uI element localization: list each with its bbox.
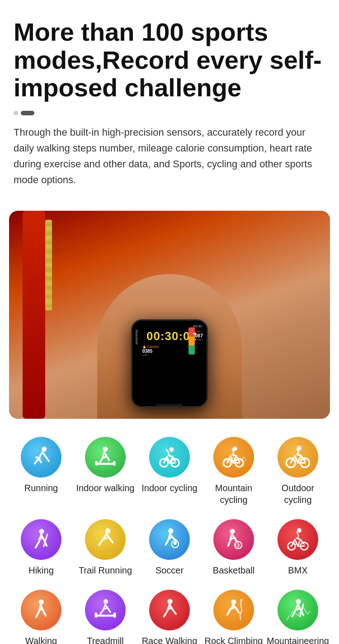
sport-label-bmx: BMX (288, 564, 307, 576)
svg-point-27 (104, 599, 108, 603)
title-decoration (14, 111, 325, 115)
svg-point-31 (168, 599, 173, 604)
svg-rect-4 (113, 461, 116, 465)
sport-item-bmx: BMX (268, 519, 327, 576)
page-wrapper: More than 100 sports modes,Record every … (0, 0, 339, 644)
sport-icon-outdoor-cycling (278, 437, 318, 478)
svg-rect-3 (95, 461, 98, 465)
dot-dash (21, 111, 34, 115)
sport-item-indoor-cycling: Indoor cycling (140, 437, 199, 494)
sport-icon-soccer (149, 519, 190, 560)
sport-label-indoor-cycling: Indoor cycling (141, 482, 197, 494)
sport-item-running: Running (12, 437, 71, 494)
outdoor-cycling-icon (285, 445, 311, 470)
image-section: Basketball 09:30 00:30:02 🔥 Calories 038… (0, 211, 339, 428)
sport-label-outdoor-cycling: Outdoor cycling (268, 482, 327, 506)
wrist-simulation: Basketball 09:30 00:30:02 🔥 Calories 038… (97, 274, 242, 419)
sport-label-mountain-cycling: Mountain cycling (204, 482, 263, 506)
svg-rect-2 (96, 463, 114, 464)
rock-climbing-icon (221, 597, 246, 623)
mountaineering-icon (285, 597, 311, 623)
sport-item-trail-running: Trail Running (76, 519, 135, 576)
svg-point-26 (38, 599, 43, 604)
sport-item-basketball: Basketball (204, 519, 263, 576)
running-icon (28, 445, 54, 470)
soccer-icon (157, 527, 182, 552)
header-section: More than 100 sports modes,Record every … (0, 0, 339, 211)
sport-icon-mountain-cycling (213, 437, 254, 478)
description-text: Through the built-in high-precision sens… (14, 124, 325, 188)
race-walking-icon (157, 597, 182, 623)
svg-point-32 (231, 599, 236, 604)
watch-face: Basketball 09:30 00:30:02 🔥 Calories 038… (132, 321, 207, 406)
sport-label-hiking: Hiking (28, 564, 54, 576)
sport-label-treadmill: Treadmill (87, 635, 124, 644)
sports-section: Running Indoor walking (0, 428, 339, 644)
mountain-cycling-icon (221, 445, 246, 470)
page-title: More than 100 sports modes,Record every … (14, 18, 325, 102)
calories-stat: 🔥 Calories 0385 kcal (142, 345, 159, 356)
sport-item-mountaineering: Mountaineering (268, 590, 327, 644)
heart-rate-bar (188, 327, 195, 355)
sport-icon-running (21, 437, 61, 478)
calories-value: 0385 (142, 349, 152, 354)
basketball-icon (221, 527, 246, 552)
calories-label: 🔥 Calories (142, 345, 159, 349)
sports-row-1: Running Indoor walking (9, 437, 330, 506)
sport-label-soccer: Soccer (155, 564, 184, 576)
hiking-icon (28, 527, 54, 552)
rope-decoration (45, 220, 52, 310)
sport-icon-bmx (278, 519, 318, 560)
indoor-walking-icon (93, 445, 118, 470)
sport-item-race-walking: Race Walking (140, 590, 199, 644)
indoor-cycling-icon (157, 445, 182, 470)
svg-point-1 (103, 446, 108, 451)
watch-sport-label: Basketball (135, 330, 138, 344)
sport-icon-treadmill (85, 590, 126, 630)
bg-scene: Basketball 09:30 00:30:02 🔥 Calories 038… (9, 211, 330, 419)
red-bar-decoration (23, 211, 45, 419)
watch-device: Basketball 09:30 00:30:02 🔥 Calories 038… (131, 319, 208, 407)
bar-yellow (188, 336, 195, 346)
sport-icon-mountaineering (278, 590, 318, 630)
sport-icon-hiking (21, 519, 61, 560)
walking-icon (28, 597, 54, 623)
sport-item-outdoor-cycling: Outdoor cycling (268, 437, 327, 506)
svg-point-5 (169, 447, 174, 452)
svg-point-17 (168, 528, 173, 533)
calories-unit: kcal (142, 354, 147, 356)
sport-item-mountain-cycling: Mountain cycling (204, 437, 263, 506)
sport-icon-walking (21, 590, 61, 630)
bar-red (188, 327, 195, 336)
heart-unit: bpm (198, 338, 203, 341)
sport-icon-indoor-walking (85, 437, 126, 478)
sport-label-rock-climbing: Rock Climbing (205, 635, 263, 644)
watch-image: Basketball 09:30 00:30:02 🔥 Calories 038… (9, 211, 330, 419)
svg-point-14 (39, 529, 44, 534)
bar-green (188, 346, 195, 355)
strap-bottom (156, 404, 183, 407)
sport-item-walking: Walking (12, 590, 71, 644)
sport-icon-trail-running (85, 519, 126, 560)
sport-icon-basketball (213, 519, 254, 560)
sport-label-race-walking: Race Walking (142, 635, 198, 644)
svg-point-23 (297, 528, 301, 532)
svg-rect-29 (94, 612, 97, 617)
sport-label-basketball: Basketball (213, 564, 254, 576)
sport-label-mountaineering: Mountaineering (267, 635, 329, 644)
svg-marker-19 (174, 541, 177, 545)
trail-running-icon (93, 527, 118, 552)
svg-rect-28 (96, 615, 115, 616)
sport-icon-rock-climbing (213, 590, 254, 630)
sport-icon-indoor-cycling (149, 437, 190, 478)
svg-point-34 (296, 599, 301, 604)
svg-point-0 (42, 446, 47, 451)
sport-label-running: Running (24, 482, 58, 494)
dot-small (14, 111, 18, 115)
sport-label-walking: Walking (25, 635, 57, 644)
sport-item-hiking: Hiking (12, 519, 71, 576)
sport-item-soccer: Soccer (140, 519, 199, 576)
sport-label-indoor-walking: Indoor walking (76, 482, 135, 494)
sports-row-3: Walking Tread (9, 590, 330, 644)
svg-point-16 (105, 528, 110, 533)
